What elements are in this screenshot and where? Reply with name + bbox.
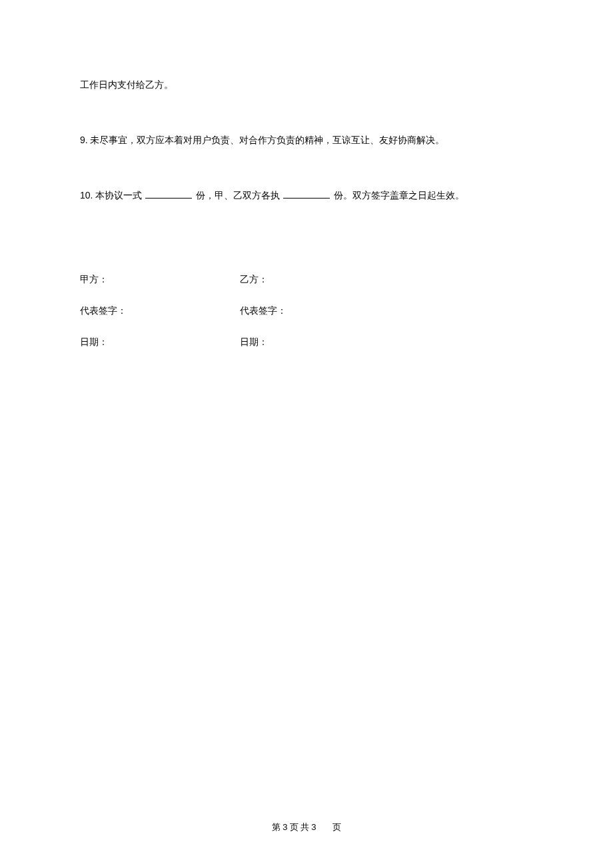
text: 份。双方签字盖章之日起生效。 [331,191,464,201]
signature-block: 甲方： 代表签字： 日期： 乙方： 代表签字： 日期： [80,271,533,366]
item-number: 9. [80,135,88,145]
party-b-column: 乙方： 代表签字： 日期： [240,271,400,366]
party-a-date: 日期： [80,334,240,350]
party-a-column: 甲方： 代表签字： 日期： [80,271,240,366]
page-footer: 第 3 页 共 3 页 [0,821,613,833]
paragraph-9: 9. 未尽事宜，双方应本着对用户负责、对合作方负责的精神，互谅互让、友好协商解决… [80,132,533,149]
footer-page-total: 3 [311,822,316,832]
paragraph-10: 10. 本协议一式 份，甲、乙双方各执 份。双方签字盖章之日起生效。 [80,187,533,204]
blank-copies-each[interactable] [283,188,330,199]
party-b-label: 乙方： [240,271,400,288]
text: 未尽事宜，双方应本着对用户负责、对合作方负责的精神，互谅互让、友好协商解决。 [88,135,445,145]
party-a-sign: 代表签字： [80,302,240,319]
item-number: 10. [80,190,93,201]
text: 份，甲、乙双方各执 [193,191,282,201]
footer-text: 页 [332,822,341,832]
footer-text: 第 [272,822,281,832]
footer-page-current: 3 [283,822,287,832]
party-b-date: 日期： [240,334,400,350]
document-body: 工作日内支付给乙方。 9. 未尽事宜，双方应本着对用户负责、对合作方负责的精神，… [0,0,613,365]
paragraph-continuation: 工作日内支付给乙方。 [80,77,533,93]
blank-copies-total[interactable] [145,188,192,199]
text: 工作日内支付给乙方。 [80,80,173,90]
party-b-sign: 代表签字： [240,302,400,319]
footer-text: 页 共 [290,822,309,832]
text: 本协议一式 [93,191,144,201]
party-a-label: 甲方： [80,271,240,288]
